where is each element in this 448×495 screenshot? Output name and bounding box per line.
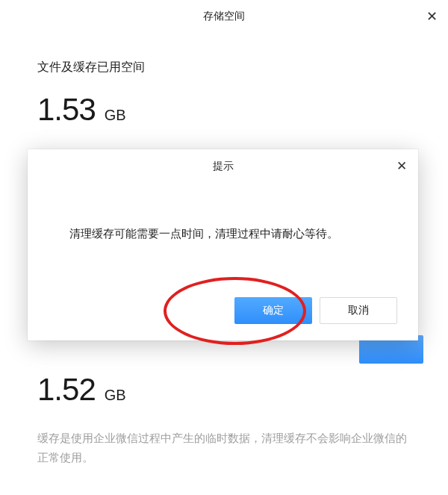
dialog-footer: 确定 取消 [234,297,397,324]
cache-section: 1.52 GB 缓存是使用企业微信过程中产生的临时数据，清理缓存不会影响企业微信… [37,372,412,467]
cache-size-number: 1.52 [37,372,96,408]
main-content: 文件及缓存已用空间 1.53 GB [0,33,448,128]
dialog-title: 提示 [213,160,234,173]
cache-size-unit: GB [105,387,126,404]
dialog-titlebar: 提示 ✕ [28,149,418,184]
dialog-close-button[interactable]: ✕ [393,157,411,175]
confirm-button[interactable]: 确定 [234,297,312,324]
file-cache-size-number: 1.53 [37,92,96,128]
window-titlebar: 存储空间 ✕ [0,0,448,33]
dialog-body: 清理缓存可能需要一点时间，清理过程中请耐心等待。 [28,184,418,243]
window-close-button[interactable]: ✕ [421,6,442,27]
confirm-dialog: 提示 ✕ 清理缓存可能需要一点时间，清理过程中请耐心等待。 确定 取消 [28,149,418,340]
cache-size: 1.52 GB [37,372,412,408]
file-cache-label: 文件及缓存已用空间 [37,60,412,75]
cancel-button[interactable]: 取消 [320,297,397,324]
window-title: 存储空间 [203,10,245,23]
dialog-message: 清理缓存可能需要一点时间，清理过程中请耐心等待。 [69,224,376,243]
file-cache-size: 1.53 GB [37,92,412,128]
close-icon: ✕ [426,8,438,25]
cache-description: 缓存是使用企业微信过程中产生的临时数据，清理缓存不会影响企业微信的正常使用。 [37,429,412,467]
close-icon: ✕ [396,158,407,174]
file-cache-size-unit: GB [105,107,126,124]
